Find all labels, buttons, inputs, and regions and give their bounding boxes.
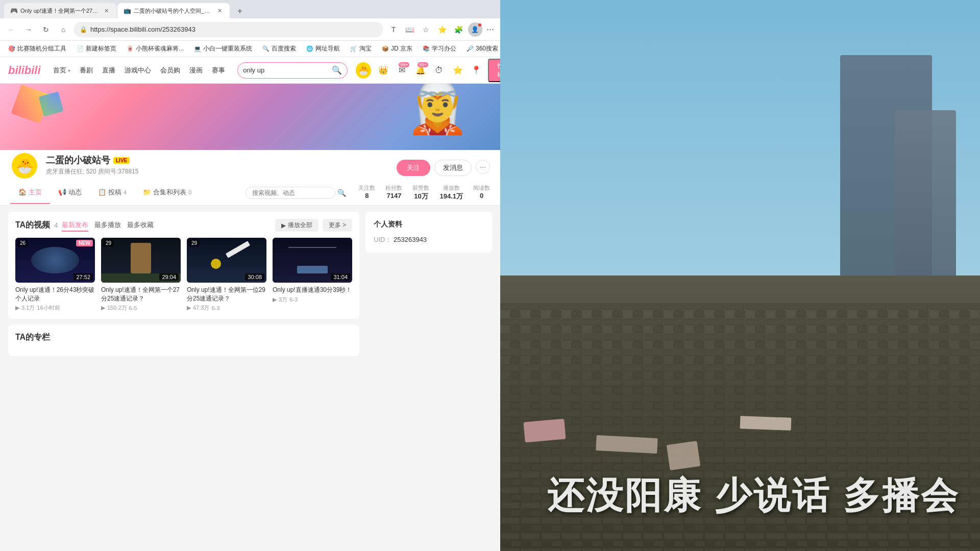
views-icon-0: ▶ [15, 305, 19, 311]
nav-game[interactable]: 游戏中心 [120, 64, 155, 77]
nav-anime[interactable]: 番剧 [76, 64, 97, 77]
bookmark-8[interactable]: 📚 学习办公 [419, 43, 460, 54]
header-right: 🐣 👑 ✉ 99+ 🔔 99+ ⏱ ⭐ [356, 59, 500, 82]
forward-button[interactable]: → [21, 22, 36, 37]
history-button[interactable]: ⏱ [432, 63, 446, 78]
nav-manga[interactable]: 漫画 [185, 64, 207, 77]
profile-avatar[interactable]: 🐣 [10, 152, 39, 180]
date-3: 6-3 [289, 296, 298, 303]
favorites-button[interactable]: ⭐ [451, 63, 464, 78]
tab-1-close[interactable]: ✕ [102, 7, 110, 15]
video-title-0: Only up!速通！26分43秒突破个人记录 [15, 286, 95, 303]
user-avatar[interactable]: 🐣 [356, 62, 371, 79]
video-duration-2: 30:08 [245, 273, 264, 281]
videos-section-header: TA的视频 4 最新发布 最多播放 最多收藏 ▶ 播放全部 更多 > [15, 219, 352, 232]
nav-sports[interactable]: 赛事 [208, 64, 229, 77]
bookmark-6-icon: 🛒 [350, 45, 357, 52]
video-title-3: Only up!直播速通30分39秒！ [273, 286, 352, 294]
video-tab-most-played[interactable]: 最多播放 [94, 219, 121, 232]
profile-search-input[interactable] [246, 187, 335, 199]
thumb-craft-3 [297, 266, 328, 273]
vip-button[interactable]: 👑 [376, 63, 390, 78]
bookmark-6[interactable]: 🛒 淘宝 [346, 43, 376, 54]
bookmark-2[interactable]: 🀄 小熊杯雀魂麻将... [122, 43, 188, 54]
bookmark-3[interactable]: 💻 小白一键重装系统 [190, 43, 256, 54]
reader-button[interactable]: 📖 [403, 22, 417, 37]
video-tab-most-favorited[interactable]: 最多收藏 [127, 219, 154, 232]
profile-tabs-bar: 🏠 主页 📢 动态 📋 投稿 4 📁 合集和列表 0 🔍 [0, 180, 500, 206]
collections-button[interactable]: ⭐ [435, 22, 450, 37]
video-meta-2: ▶ 47.3万 6-3 [187, 304, 266, 312]
bookmark-8-label: 学习办公 [432, 44, 456, 53]
bilibili-logo[interactable]: bilibili [8, 64, 41, 77]
history-icon: ⏱ [435, 66, 443, 75]
notification-button[interactable]: 🔔 99+ [413, 63, 427, 78]
views-icon-1: ▶ [101, 305, 105, 311]
follow-button[interactable]: 关注 [397, 160, 430, 176]
reload-button[interactable]: ↻ [39, 22, 53, 37]
profile-button[interactable]: 👤 [468, 22, 482, 37]
vip-icon: 👑 [378, 65, 388, 75]
search-input[interactable] [243, 66, 329, 74]
profile-search-icon[interactable]: 🔍 [337, 189, 346, 197]
bookmark-0[interactable]: 🎯 比赛随机分组工具 [4, 43, 70, 54]
video-card-0[interactable]: NEW 26 27:52 Only up!速通！26分43秒突破个人记录 ▶ 3… [15, 238, 95, 312]
videos-section: TA的视频 4 最新发布 最多播放 最多收藏 ▶ 播放全部 更多 > [8, 212, 359, 319]
bookmark-1[interactable]: 📄 新建标签页 [72, 43, 120, 54]
extensions-button[interactable]: 🧩 [452, 22, 466, 37]
nav-mall[interactable]: 会员购 [156, 64, 184, 77]
address-bar[interactable]: 🔒 https://space.bilibili.com/253263943 [74, 22, 383, 37]
message-button[interactable]: ✉ 99+ [395, 63, 409, 78]
stat-plays-label: 播放数 [439, 184, 463, 192]
video-thumb-2: 29 30:08 [187, 238, 266, 283]
bookmark-4[interactable]: 🔍 百度搜索 [258, 43, 300, 54]
bookmark-5[interactable]: 🌐 网址导航 [302, 43, 344, 54]
browser-more-button[interactable]: ··· [484, 24, 496, 35]
send-message-button[interactable]: 发消息 [434, 160, 472, 176]
nav-bar: ← → ↻ ⌂ 🔒 https://space.bilibili.com/253… [0, 18, 500, 41]
videos-section-count: 4 [54, 221, 58, 229]
profile-more-button[interactable]: ··· [476, 160, 490, 174]
video-thumb-3: 31:04 [273, 238, 352, 283]
videos-more-button[interactable]: 更多 > [323, 219, 352, 232]
tab-2[interactable]: 📺 二蛋的小破站号的个人空间_哔哩... ✕ [117, 3, 230, 18]
banner-character: 🧝 [406, 84, 470, 132]
tab-activity[interactable]: 📢 动态 [50, 182, 90, 204]
tab-home[interactable]: 🏠 主页 [10, 182, 50, 204]
profile-username: 二蛋的小破站号 [46, 154, 110, 166]
nav-live[interactable]: 直播 [98, 64, 119, 77]
live-tag: LIVE [113, 157, 130, 164]
notification-badge: 99+ [418, 62, 428, 67]
profile-notification-dot [478, 23, 481, 27]
play-all-button[interactable]: ▶ 播放全部 [275, 219, 318, 232]
video-tab-newest[interactable]: 最新发布 [62, 219, 88, 232]
home-button[interactable]: ⌂ [56, 22, 70, 37]
views-count-0: 3.1万 [21, 304, 35, 312]
search-button[interactable]: 🔍 [332, 65, 342, 75]
tab-videos[interactable]: 📋 投稿 4 [90, 182, 135, 204]
favorites-add-button[interactable]: ☆ [419, 22, 433, 37]
tab-1[interactable]: 🎮 Only up!速通！全网第一个27分... ✕ [4, 3, 116, 18]
video-card-2[interactable]: 29 30:08 Only up!速通！全网第一位29分25速通记录？ ▶ 47… [187, 238, 266, 312]
upload-button[interactable]: 投稿 [488, 59, 500, 82]
nav-home[interactable]: 首页 ▾ [49, 64, 75, 77]
bookmark-2-label: 小熊杯雀魂麻将... [136, 44, 184, 53]
tab-collections[interactable]: 📁 合集和列表 0 [135, 182, 200, 204]
bookmark-1-label: 新建标签页 [86, 44, 116, 53]
home-tab-label: 主页 [29, 188, 42, 197]
bookmark-7[interactable]: 📦 JD 京东 [378, 43, 416, 54]
video-title-1: Only up!速通！全网第一个27分25速通记录？ [101, 286, 181, 303]
bookmark-9[interactable]: 🔎 360搜索 [462, 43, 500, 54]
new-tab-button[interactable]: + [233, 4, 247, 18]
game-debris-1 [523, 419, 566, 443]
translate-button[interactable]: T [386, 22, 401, 37]
back-button[interactable]: ← [4, 22, 18, 37]
location-button[interactable]: 📍 [470, 63, 483, 78]
bookmark-5-icon: 🌐 [306, 45, 313, 52]
location-pin-icon: 📍 [471, 65, 481, 75]
video-card-1[interactable]: 29 29:04 Only up!速通！全网第一个27分25速通记录？ ▶ 15… [101, 238, 181, 312]
bookmark-3-icon: 💻 [194, 45, 201, 52]
tab-2-close[interactable]: ✕ [215, 7, 224, 15]
video-play-count-0: 26 [17, 240, 28, 246]
video-card-3[interactable]: 31:04 Only up!直播速通30分39秒！ ▶ 3万 6-3 [273, 238, 352, 312]
